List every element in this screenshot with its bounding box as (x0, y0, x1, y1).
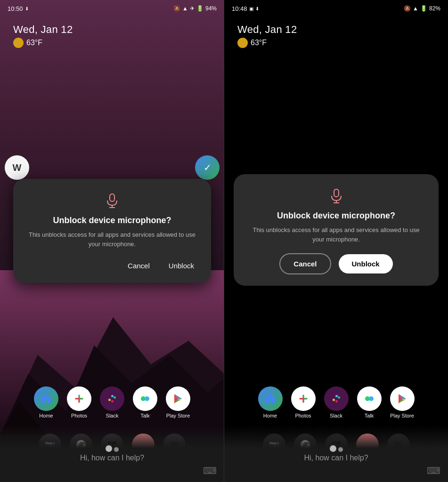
svg-rect-10 (111, 400, 114, 402)
home-icon (34, 386, 58, 411)
left-temperature: 63°F (26, 39, 42, 47)
app-home-right[interactable]: Home (258, 386, 283, 418)
right-assistant-dots (330, 445, 343, 452)
right-dialog-title: Unblock device microphone? (243, 211, 429, 221)
right-date-weather: Wed, Jan 12 63°F (237, 24, 297, 48)
slack-icon (100, 386, 124, 411)
right-panel: 10:48 ▣ ⬇ 🔕 ▲ 🔋 82% Wed, Jan 12 63°F (224, 0, 448, 482)
left-assistant-bar: Hi, how can I help? ⌨ (0, 426, 224, 482)
photos-label: Photos (71, 413, 87, 418)
svg-rect-21 (335, 400, 338, 402)
right-dialog: Unblock device microphone? This unblocks… (234, 174, 439, 286)
right-cancel-button[interactable]: Cancel (279, 253, 331, 274)
battery-level: 94% (205, 5, 217, 12)
svg-point-12 (145, 396, 149, 401)
dot-1 (106, 445, 112, 452)
left-cancel-button[interactable]: Cancel (122, 258, 155, 273)
svg-rect-20 (335, 395, 338, 397)
right-temperature: 63°F (251, 39, 267, 47)
right-home-icon (258, 386, 283, 411)
right-assistant-bar: Hi, how can I help? ⌨ (224, 426, 448, 482)
right-home-label: Home (263, 413, 277, 418)
right-time: 10:48 ▣ ⬇ (232, 5, 259, 12)
screen-record-icon: ▣ (249, 6, 253, 11)
app-talk-left[interactable]: Talk (133, 386, 157, 418)
left-unblock-button[interactable]: Unblock (163, 258, 200, 273)
left-dialog-buttons: Cancel Unblock (24, 258, 200, 273)
left-date: Wed, Jan 12 (13, 24, 73, 36)
svg-rect-19 (338, 396, 340, 399)
left-dialog-description: This unblocks access for all apps and se… (24, 230, 200, 249)
right-wifi-icon: ▲ (413, 5, 418, 12)
svg-rect-9 (111, 395, 114, 397)
mute-icon: 🔕 (173, 5, 180, 12)
right-playstore-icon (390, 386, 415, 411)
right-unblock-button[interactable]: Unblock (339, 254, 393, 273)
app-photos-right[interactable]: Photos (291, 386, 316, 418)
app-slack-left[interactable]: Slack (100, 386, 124, 418)
right-dot-1 (330, 445, 336, 452)
left-status-icons: 🔕 ▲ ✈ 🔋 94% (173, 5, 217, 12)
app-slack-right[interactable]: Slack (324, 386, 349, 418)
left-date-weather: Wed, Jan 12 63°F (13, 24, 73, 48)
right-status-icons: 🔕 ▲ 🔋 82% (404, 5, 440, 12)
app-photos-left[interactable]: Photos (67, 386, 91, 418)
left-time: 10:50 ⬇ (8, 5, 29, 12)
right-weather-row: 63°F (237, 38, 297, 48)
right-dialog-mic-icon (243, 187, 429, 204)
left-dialog: Unblock device microphone? This unblocks… (13, 179, 211, 283)
right-dialog-description: This unblocks access for all apps and se… (243, 225, 429, 244)
left-keyboard-icon[interactable]: ⌨ (203, 465, 217, 476)
left-assistant-dots (106, 445, 119, 452)
playstore-label: Play Store (166, 413, 190, 418)
app-talk-right[interactable]: Talk (357, 386, 382, 418)
usb-icon: ⬇ (255, 6, 259, 11)
left-dialog-mic-icon (24, 192, 200, 209)
svg-rect-7 (108, 399, 111, 401)
left-weather-row: 63°F (13, 38, 73, 48)
left-status-bar: 10:50 ⬇ 🔕 ▲ ✈ 🔋 94% (0, 0, 224, 17)
svg-rect-15 (334, 189, 339, 197)
right-slack-label: Slack (330, 413, 342, 418)
right-slack-icon (324, 386, 349, 411)
left-weather-icon (13, 38, 24, 48)
app-playstore-left[interactable]: Play Store (166, 386, 190, 418)
talk-label: Talk (140, 413, 150, 418)
right-dot-2 (338, 447, 343, 452)
photos-icon (67, 386, 91, 411)
right-date: Wed, Jan 12 (237, 24, 297, 36)
app-home-left[interactable]: Home (34, 386, 58, 418)
right-battery-level: 82% (429, 5, 440, 12)
download-icon: ⬇ (25, 6, 29, 11)
svg-rect-18 (333, 399, 335, 401)
left-assistant-text: Hi, how can I help? (80, 454, 144, 462)
wifi-icon: ▲ (182, 5, 188, 12)
right-photos-icon (291, 386, 316, 411)
right-weather-icon (237, 38, 248, 48)
right-photos-label: Photos (295, 413, 311, 418)
airplane-icon: ✈ (190, 5, 195, 12)
talk-icon (133, 386, 157, 411)
left-dialog-title: Unblock device microphone? (24, 216, 200, 225)
battery-icon: 🔋 (196, 5, 204, 12)
svg-rect-8 (114, 396, 116, 399)
app-playstore-right[interactable]: Play Store (390, 386, 415, 418)
svg-rect-4 (110, 194, 114, 201)
wikipedia-icon[interactable]: W (5, 155, 29, 180)
playstore-icon (166, 386, 190, 411)
panel-divider (224, 0, 224, 482)
svg-point-23 (369, 396, 374, 401)
left-app-row-1: Home Photos (0, 386, 224, 418)
right-talk-label: Talk (365, 413, 374, 418)
right-status-bar: 10:48 ▣ ⬇ 🔕 ▲ 🔋 82% (224, 0, 448, 17)
right-keyboard-icon[interactable]: ⌨ (427, 465, 440, 476)
left-top-apps: W ✓ (5, 155, 220, 180)
right-battery-icon: 🔋 (420, 5, 427, 12)
right-mute-icon: 🔕 (404, 5, 411, 12)
right-talk-icon (357, 386, 382, 411)
right-app-row-1: Home Photos Slac (224, 386, 448, 418)
left-panel: 10:50 ⬇ 🔕 ▲ ✈ 🔋 94% Wed, Jan 12 63°F W ✓ (0, 0, 224, 482)
right-playstore-label: Play Store (390, 413, 414, 418)
fitness-icon[interactable]: ✓ (195, 155, 220, 180)
right-assistant-text: Hi, how can I help? (304, 454, 368, 462)
